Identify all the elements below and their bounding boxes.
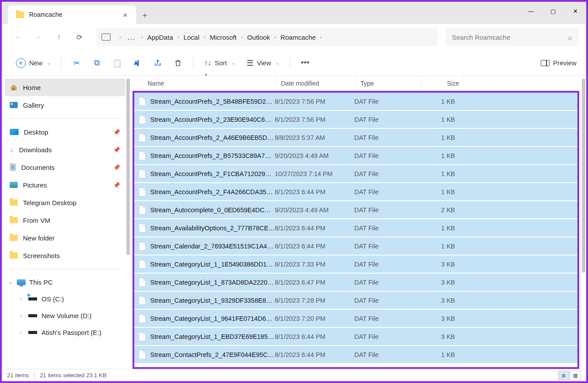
chevron-right-icon[interactable]: › xyxy=(241,34,243,40)
thumbnails-view-button[interactable]: ▦ xyxy=(569,371,581,380)
table-row[interactable]: Stream_AccountPrefs_2_5B48BFE59D2DD... 8… xyxy=(134,93,577,111)
chevron-right-icon[interactable]: › xyxy=(274,34,276,40)
table-row[interactable]: Stream_Calendar_2_76934E51519C1A4EA... 8… xyxy=(134,237,577,255)
table-row[interactable]: Stream_AccountPrefs_2_A46E9B6EB5DB2... 8… xyxy=(134,129,577,147)
chevron-right-icon[interactable]: › xyxy=(18,296,24,301)
breadcrumb-segment[interactable]: AppData xyxy=(147,34,173,41)
table-row[interactable]: Stream_CategoryList_1_9329DF3358E801... … xyxy=(134,292,577,310)
column-type[interactable]: Type xyxy=(356,76,421,90)
search-icon[interactable]: ⌕ xyxy=(568,34,572,41)
file-name: Stream_Autocomplete_0_0ED659E4DCE5... xyxy=(150,207,275,214)
pc-icon xyxy=(17,279,26,285)
breadcrumb-segment[interactable]: Outlook xyxy=(247,34,270,41)
pin-icon[interactable]: 📌 xyxy=(113,129,120,135)
close-tab-icon[interactable]: ✕ xyxy=(123,12,128,17)
file-name: Stream_ContactPrefs_2_47E9F044E95CA0... xyxy=(150,351,275,358)
more-button[interactable]: ••• xyxy=(296,55,314,71)
chevron-right-icon[interactable]: › xyxy=(178,34,179,40)
file-size: 3 KB xyxy=(420,333,455,340)
sidebar-item-home[interactable]: Home xyxy=(4,79,125,96)
svg-text:A: A xyxy=(134,60,137,65)
cut-button[interactable]: ✂ xyxy=(68,55,85,71)
ellipsis-icon[interactable]: … xyxy=(127,33,135,42)
table-row[interactable]: Stream_AccountPrefs_2_23E90E940C61A... 8… xyxy=(134,111,577,129)
file-list[interactable]: Stream_AccountPrefs_2_5B48BFE59D2DD... 8… xyxy=(133,91,579,369)
gallery-icon xyxy=(10,102,18,108)
breadcrumb-segment[interactable]: Microsoft xyxy=(210,34,237,41)
file-icon xyxy=(139,332,146,341)
sidebar-item-pinned[interactable]: New folder xyxy=(4,229,125,247)
back-button[interactable]: ← xyxy=(10,29,27,45)
sidebar-item-pinned[interactable]: Telegram Desktop xyxy=(4,194,125,211)
table-row[interactable]: Stream_CategoryList_1_873AD8DA2220E... 8… xyxy=(134,274,577,292)
table-row[interactable]: Stream_CategoryList_1_EBD37E69E185B6... … xyxy=(134,328,577,346)
sidebar-item-drive[interactable]: ›OS (C:) xyxy=(4,290,125,307)
refresh-button[interactable]: ⟳ xyxy=(71,29,87,45)
minimize-button[interactable]: — xyxy=(520,2,542,20)
sidebar-item-pinned[interactable]: From VM xyxy=(4,211,125,229)
paste-button[interactable]: 📋 xyxy=(108,55,126,71)
chevron-down-icon: ⌄ xyxy=(276,60,279,65)
scrollbar[interactable] xyxy=(126,79,130,255)
share-button[interactable] xyxy=(149,55,167,71)
file-date: 8/1/2023 6:44 PM xyxy=(275,243,354,250)
chevron-right-icon[interactable]: › xyxy=(18,330,24,335)
table-row[interactable]: Stream_AvailabilityOptions_2_777B78CE0..… xyxy=(134,219,577,237)
search-input[interactable] xyxy=(452,34,572,41)
new-button[interactable]: + New ⌄ xyxy=(11,55,55,71)
details-view-button[interactable]: ≣ xyxy=(558,371,569,380)
sidebar-item-pinned[interactable]: Documents📌 xyxy=(4,158,125,176)
new-tab-button[interactable]: ＋ xyxy=(136,6,154,24)
sort-button[interactable]: ↑↓ Sort ⌄ xyxy=(200,55,239,71)
pin-icon[interactable]: 📌 xyxy=(113,182,120,188)
chevron-down-icon[interactable]: ⌄ xyxy=(7,279,13,285)
table-row[interactable]: Stream_AccountPrefs_2_F4A266CDA355E... 8… xyxy=(134,183,577,201)
preview-button[interactable]: Preview xyxy=(541,59,577,67)
table-row[interactable]: Stream_ContactPrefs_2_47E9F044E95CA0... … xyxy=(134,346,577,364)
maximize-button[interactable]: ▢ xyxy=(542,2,564,20)
address-bar: ← → ↑ ⟳ › … › AppData › Local › Microsof… xyxy=(2,24,586,50)
close-window-button[interactable]: ✕ xyxy=(564,2,586,20)
sidebar-item-drive[interactable]: ›Atish's Passport (E:) xyxy=(4,324,125,341)
rename-button[interactable]: A xyxy=(129,55,146,71)
copy-button[interactable]: ⧉ xyxy=(88,55,106,71)
up-button[interactable]: ↑ xyxy=(50,29,67,45)
pin-icon[interactable]: 📌 xyxy=(113,146,120,153)
sidebar-item-pinned[interactable]: ↓Downloads📌 xyxy=(4,141,125,158)
window-tab[interactable]: Roamcache ✕ xyxy=(8,5,136,24)
table-row[interactable]: Stream_CategoryList_1_9641FE0714D609... … xyxy=(134,310,577,328)
file-icon xyxy=(139,151,146,160)
column-name[interactable]: Name xyxy=(143,76,277,90)
breadcrumb-segment[interactable]: Roamcache xyxy=(281,34,316,41)
file-name: Stream_AccountPrefs_2_23E90E940C61A... xyxy=(150,116,275,123)
breadcrumb[interactable]: › … › AppData › Local › Microsoft › Outl… xyxy=(96,28,438,46)
chevron-right-icon[interactable]: › xyxy=(119,34,121,40)
table-row[interactable]: Stream_AccountPrefs_2_B57533C89A728... 9… xyxy=(134,147,577,165)
column-size[interactable]: Size xyxy=(421,76,464,90)
view-button[interactable]: ☰ View ⌄ xyxy=(242,55,284,71)
sidebar-item-pinned[interactable]: Desktop📌 xyxy=(4,123,125,141)
table-row[interactable]: Stream_Autocomplete_0_0ED659E4DCE5... 9/… xyxy=(134,201,577,219)
file-date: 8/1/2023 6:47 PM xyxy=(275,279,354,286)
search-box[interactable]: ⌕ xyxy=(446,28,578,46)
chevron-right-icon[interactable]: › xyxy=(320,34,322,40)
chevron-right-icon[interactable]: › xyxy=(204,34,205,40)
sidebar-item-this-pc[interactable]: ⌄ This PC xyxy=(4,274,125,290)
table-row[interactable]: Stream_CategoryList_1_1E5490386DD152... … xyxy=(134,255,577,274)
pin-icon[interactable]: 📌 xyxy=(113,164,120,171)
file-name: Stream_CategoryList_1_9329DF3358E801... xyxy=(150,297,275,304)
scrollbar[interactable] xyxy=(582,79,585,273)
sidebar-item-pinned[interactable]: Pictures📌 xyxy=(4,176,125,194)
sidebar-item-gallery[interactable]: Gallery xyxy=(4,96,125,114)
delete-button[interactable] xyxy=(169,55,187,71)
breadcrumb-segment[interactable]: Local xyxy=(183,34,199,41)
file-name: Stream_CategoryList_1_873AD8DA2220E... xyxy=(150,279,275,286)
chevron-right-icon[interactable]: › xyxy=(18,313,24,318)
forward-button[interactable]: → xyxy=(30,29,47,45)
column-date[interactable]: Date modified xyxy=(277,76,356,90)
sidebar-item-pinned[interactable]: Screenshots xyxy=(4,247,125,264)
chevron-right-icon[interactable]: › xyxy=(141,34,143,40)
file-name: Stream_AccountPrefs_2_F4A266CDA355E... xyxy=(150,188,275,195)
table-row[interactable]: Stream_AccountPrefs_2_F1CBA71202957... 1… xyxy=(134,165,577,183)
sidebar-item-drive[interactable]: ›New Volume (D:) xyxy=(4,307,125,324)
